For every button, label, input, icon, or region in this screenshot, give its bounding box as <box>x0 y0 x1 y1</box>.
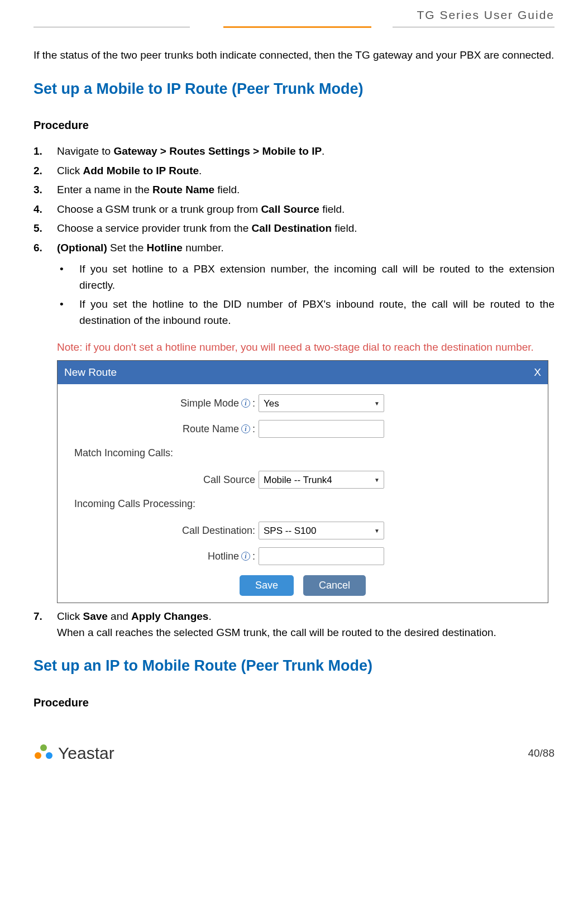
new-route-dialog: New Route X Simple Mode i : Yes Route Na… <box>57 360 548 604</box>
bullet-2: • If you set the hotline to the DID numb… <box>57 297 554 328</box>
intro-paragraph: If the status of the two peer trunks bot… <box>34 47 554 64</box>
steps-list: 1. Navigate to Gateway > Routes Settings… <box>34 144 554 256</box>
info-icon[interactable]: i <box>241 424 250 433</box>
step-3: 3. Enter a name in the Route Name field. <box>34 182 554 198</box>
step-5: 5. Choose a service provider trunk from … <box>34 221 554 237</box>
header-rule-orange <box>223 26 371 28</box>
logo-text: Yeastar <box>58 744 114 763</box>
hotline-label: Hotline i : <box>74 549 259 564</box>
note-text: Note: if you don't set a hotline number,… <box>57 340 554 356</box>
section-title-1: Set up a Mobile to IP Route (Peer Trunk … <box>34 78 554 101</box>
page-number: 40/88 <box>528 747 554 759</box>
simple-mode-select[interactable]: Yes <box>259 394 384 412</box>
logo-icon <box>34 743 54 763</box>
header-rule-left <box>34 27 190 27</box>
route-name-input[interactable] <box>259 420 384 438</box>
route-name-label: Route Name i : <box>74 422 259 437</box>
close-icon[interactable]: X <box>534 365 541 381</box>
bullet-list: • If you set hotline to a PBX extension … <box>57 261 554 328</box>
dialog-title: New Route <box>64 365 117 381</box>
content: If the status of the two peer trunks bot… <box>0 31 588 732</box>
save-button[interactable]: Save <box>240 575 294 596</box>
page-header: TG Series User Guide <box>0 0 588 31</box>
step-6: 6. (Optional) Set the Hotline number. <box>34 240 554 256</box>
step-4: 4. Choose a GSM trunk or a trunk group f… <box>34 202 554 218</box>
svg-point-2 <box>46 752 52 759</box>
header-rule-right <box>393 27 554 27</box>
cancel-button[interactable]: Cancel <box>303 575 366 596</box>
step-7: 7. Click Save and Apply Changes. When a … <box>34 609 554 641</box>
hotline-input[interactable] <box>259 547 384 565</box>
bullet-1: • If you set hotline to a PBX extension … <box>57 261 554 293</box>
steps-list-cont: 7. Click Save and Apply Changes. When a … <box>34 609 554 641</box>
header-title: TG Series User Guide <box>34 8 554 22</box>
procedure-heading-1: Procedure <box>34 117 554 133</box>
info-icon[interactable]: i <box>241 552 250 561</box>
svg-point-1 <box>35 752 41 759</box>
call-destination-label: Call Destination: <box>74 523 259 538</box>
svg-point-0 <box>40 744 47 751</box>
call-source-select[interactable]: Mobile -- Trunk4 <box>259 471 384 489</box>
procedure-heading-2: Procedure <box>34 694 554 711</box>
info-icon[interactable]: i <box>241 399 250 408</box>
match-incoming-label: Match Incoming Calls: <box>74 446 531 461</box>
svg-point-3 <box>41 751 46 756</box>
simple-mode-label: Simple Mode i : <box>74 396 259 411</box>
step-2: 2. Click Add Mobile to IP Route. <box>34 163 554 179</box>
page-footer: Yeastar 40/88 <box>0 732 588 780</box>
call-source-label: Call Source <box>74 472 259 488</box>
step-1: 1. Navigate to Gateway > Routes Settings… <box>34 144 554 160</box>
incoming-processing-label: Incoming Calls Processing: <box>74 496 531 512</box>
dialog-titlebar: New Route X <box>58 361 548 385</box>
section-title-2: Set up an IP to Mobile Route (Peer Trunk… <box>34 654 554 677</box>
yeastar-logo: Yeastar <box>34 743 114 763</box>
call-destination-select[interactable]: SPS -- S100 <box>259 522 384 539</box>
